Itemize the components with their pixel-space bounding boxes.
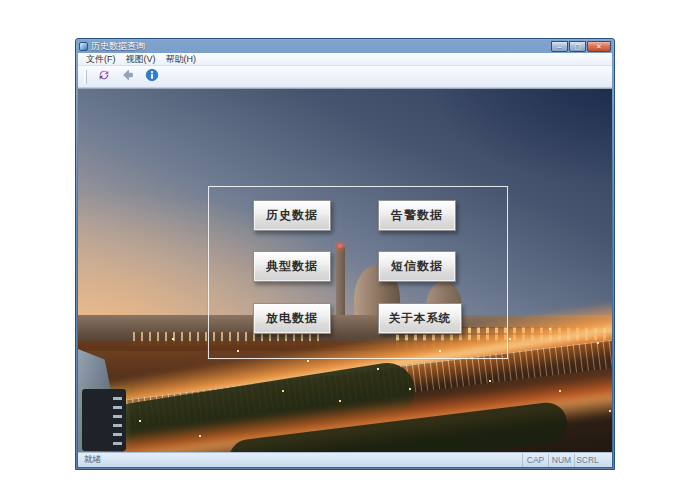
- history-data-button[interactable]: 历史数据: [253, 200, 331, 231]
- minimize-button[interactable]: –: [551, 41, 568, 52]
- sync-icon: [97, 68, 111, 86]
- parking-lot: [82, 389, 126, 451]
- scroll-lock-indicator: SCRL: [574, 454, 600, 467]
- close-button[interactable]: ✕: [587, 41, 611, 52]
- photo-background: 历史数据 告警数据 典型数据 短信数据 放电数据 关于本系统: [78, 88, 612, 452]
- window-title: 历史数据查询: [91, 42, 145, 51]
- caps-lock-indicator: CAP: [522, 454, 548, 467]
- discharge-data-button[interactable]: 放电数据: [253, 303, 331, 334]
- app-icon: [79, 42, 88, 51]
- app-window: 历史数据查询 – ▢ ✕ 文件(F) 视图(V) 帮助(H): [75, 38, 615, 470]
- about-system-button[interactable]: 关于本系统: [378, 303, 462, 334]
- maximize-button[interactable]: ▢: [569, 41, 586, 52]
- sms-data-button[interactable]: 短信数据: [378, 251, 456, 282]
- window-controls: – ▢ ✕: [551, 41, 611, 52]
- num-lock-indicator: NUM: [548, 454, 574, 467]
- menu-help[interactable]: 帮助(H): [162, 54, 201, 65]
- status-message: 就绪: [78, 454, 522, 466]
- window-body: 文件(F) 视图(V) 帮助(H): [78, 53, 612, 467]
- sync-toolbar-button[interactable]: [95, 68, 113, 86]
- toolbar: [78, 66, 612, 88]
- about-toolbar-button[interactable]: [143, 68, 161, 86]
- typical-data-button[interactable]: 典型数据: [253, 251, 331, 282]
- titlebar[interactable]: 历史数据查询 – ▢ ✕: [76, 39, 614, 53]
- resize-grip[interactable]: [600, 454, 612, 467]
- back-toolbar-button[interactable]: [119, 68, 137, 86]
- back-arrow-icon: [121, 68, 135, 86]
- toolbar-grip: [84, 70, 87, 84]
- desktop-background: 历史数据查询 – ▢ ✕ 文件(F) 视图(V) 帮助(H): [0, 0, 690, 500]
- menu-file[interactable]: 文件(F): [82, 54, 120, 65]
- alarm-data-button[interactable]: 告警数据: [378, 200, 456, 231]
- menu-view[interactable]: 视图(V): [122, 54, 160, 65]
- menu-bar: 文件(F) 视图(V) 帮助(H): [78, 53, 612, 66]
- status-bar: 就绪 CAP NUM SCRL: [78, 452, 612, 467]
- info-icon: [145, 68, 159, 86]
